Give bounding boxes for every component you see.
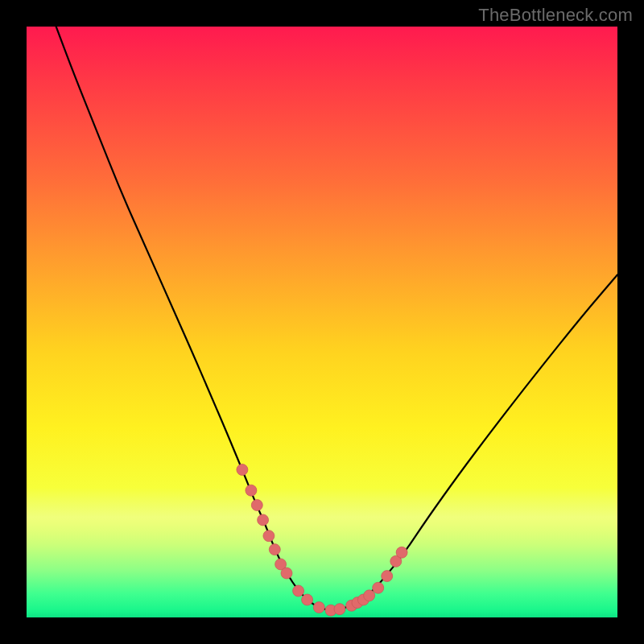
data-point [373,582,384,593]
data-point [275,559,287,570]
data-point [346,600,357,611]
data-point [302,594,313,605]
data-point [237,464,248,476]
data-point [258,514,269,526]
data-point [246,485,257,496]
bottleneck-curve [27,27,617,617]
data-point [325,605,336,616]
plot-area [27,27,617,617]
data-point [352,597,363,609]
curve-path [56,27,617,610]
chart-frame: TheBottleneck.com [0,0,644,644]
data-point [251,500,262,511]
data-point [382,571,393,582]
data-point [313,602,324,613]
data-point [396,547,407,558]
data-point [263,530,275,542]
data-point [390,555,402,567]
data-point [357,594,369,605]
watermark-text: TheBottleneck.com [478,5,633,26]
data-point [281,568,292,579]
data-point [269,544,280,555]
data-point [364,590,375,601]
data-point [293,585,304,597]
data-point [334,604,345,615]
